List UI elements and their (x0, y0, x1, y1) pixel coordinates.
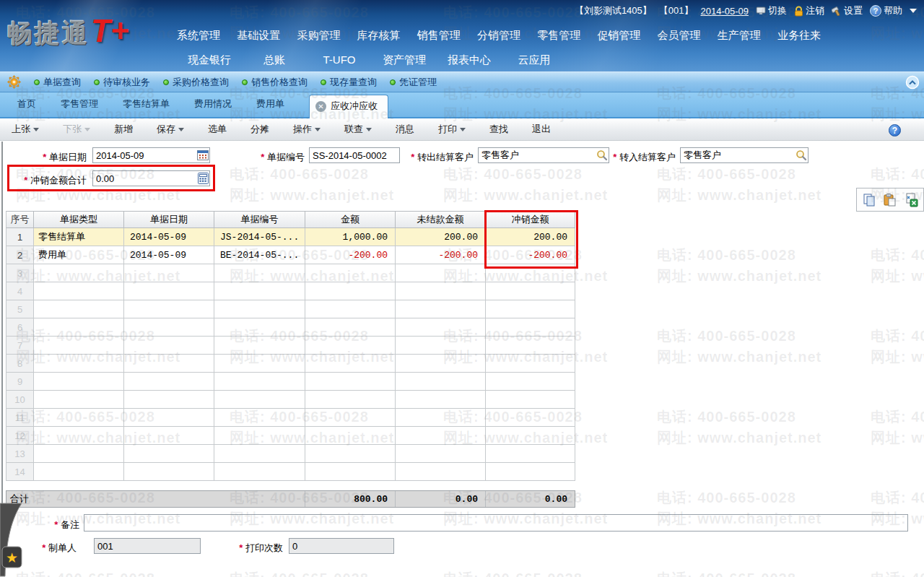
menu-item[interactable]: 云应用 (502, 53, 567, 67)
dropdown-arrow-icon[interactable] (33, 128, 39, 131)
menu-item[interactable]: 资产管理 (372, 53, 437, 67)
table-row-empty[interactable]: 4 (6, 282, 575, 300)
help-button[interactable]: ? 帮助 (870, 4, 902, 17)
customer-out-input[interactable] (478, 147, 609, 163)
quickbar-item[interactable]: 销售价格查询 (242, 76, 308, 89)
calendar-icon[interactable] (197, 149, 209, 162)
table-cell (396, 445, 486, 463)
app-header: 畅捷通T+ 【刘影测试1405】 【001】 2014-05-09 切换 注销 … (0, 0, 924, 71)
collapse-quickbar-button[interactable] (905, 75, 920, 92)
table-row-empty[interactable]: 10 (6, 391, 575, 409)
quickbar-item[interactable]: 现存量查询 (321, 76, 377, 89)
copy-button[interactable] (862, 193, 876, 207)
writeoff-total-input[interactable] (92, 170, 210, 186)
toolbar-button[interactable]: 选单 (208, 123, 227, 136)
menu-item[interactable]: 报表中心 (437, 53, 502, 67)
userbar-dropdown-caret-icon[interactable] (910, 9, 917, 13)
toolbar-button[interactable]: 新增 (114, 123, 133, 136)
table-header-cell[interactable]: 未结款金额 (396, 211, 486, 228)
table-header-cell[interactable]: 冲销金额 (486, 211, 575, 228)
table-row-empty[interactable]: 9 (6, 373, 575, 391)
toolbar-help-icon[interactable]: ? (889, 124, 901, 136)
tab-item[interactable]: 零售结算单 (123, 97, 170, 117)
menu-item[interactable]: 库存核算 (357, 29, 401, 43)
table-row-empty[interactable]: 11 (6, 409, 575, 427)
menu-item[interactable]: 基础设置 (237, 29, 280, 43)
login-date-link[interactable]: 2014-05-09 (701, 6, 749, 17)
menu-item[interactable]: 生产管理 (718, 29, 761, 43)
table-row-empty[interactable]: 3 (6, 264, 575, 282)
favorites-drawer-handle[interactable]: ★ (0, 502, 26, 577)
dropdown-arrow-icon[interactable] (178, 128, 184, 131)
paste-button[interactable] (883, 193, 897, 207)
doc-no-input[interactable] (309, 147, 400, 163)
calculator-icon[interactable] (198, 173, 209, 186)
tab-active[interactable]: 应收冲应收 (309, 95, 388, 118)
table-cell (396, 409, 486, 427)
menu-item[interactable]: 零售管理 (537, 29, 580, 43)
search-icon[interactable] (796, 149, 807, 163)
quickbar-item[interactable]: 采购价格查询 (163, 76, 229, 89)
table-header-cell[interactable]: 序号 (6, 211, 34, 228)
toolbar-button[interactable]: 消息 (396, 123, 414, 136)
menu-item[interactable]: 总账 (242, 53, 307, 67)
settings-button[interactable]: 设置 (832, 4, 863, 17)
toolbar-button[interactable]: 上张 (12, 123, 39, 136)
close-tab-icon[interactable] (315, 101, 326, 112)
star-icon: ★ (6, 550, 18, 565)
toolbar-button[interactable]: 联查 (344, 123, 372, 136)
tab-item[interactable]: 费用情况 (194, 97, 232, 117)
remark-input[interactable] (84, 514, 908, 532)
customer-in-input[interactable] (680, 147, 808, 163)
watermark-text: 网址: www.chanjet.net (657, 266, 821, 286)
toolbar-button[interactable]: 操作 (293, 123, 321, 136)
tab-item[interactable]: 零售管理 (61, 97, 98, 117)
gear-icon[interactable] (7, 75, 21, 89)
doc-date-input[interactable] (92, 147, 210, 163)
tab-item[interactable]: 费用单 (256, 97, 284, 117)
table-row-empty[interactable]: 12 (6, 427, 575, 445)
dropdown-arrow-icon[interactable] (366, 128, 372, 131)
toolbar-button-label: 操作 (293, 123, 312, 136)
table-row-empty[interactable]: 14 (6, 463, 575, 481)
table-cell (396, 355, 486, 373)
quickbar-item[interactable]: 单据查询 (34, 76, 81, 89)
toolbar-button[interactable]: 查找 (489, 123, 508, 136)
menu-item[interactable]: 现金银行 (177, 53, 242, 67)
table-row-empty[interactable]: 6 (6, 318, 575, 337)
table-header-cell[interactable]: 单据日期 (124, 211, 214, 228)
table-header-cell[interactable]: 单据编号 (214, 211, 305, 228)
menu-item[interactable]: 分销管理 (477, 29, 520, 43)
green-dot-icon (34, 79, 40, 85)
menu-item[interactable]: 促销管理 (597, 29, 640, 43)
menu-item[interactable]: 采购管理 (297, 29, 340, 43)
table-cell (486, 427, 575, 445)
table-row-empty[interactable]: 13 (6, 445, 575, 463)
menu-item[interactable]: 会员管理 (658, 29, 701, 43)
menu-item[interactable]: 业务往来 (777, 29, 821, 43)
menu-item[interactable]: 系统管理 (177, 29, 220, 43)
table-row[interactable]: 2费用单2014-05-09BE-2014-05-...-200.00-200.… (6, 246, 575, 264)
table-row-empty[interactable]: 8 (6, 355, 575, 373)
table-header-cell[interactable]: 金额 (305, 211, 396, 228)
toolbar-button[interactable]: 退出 (532, 123, 551, 136)
export-excel-button[interactable] (904, 193, 918, 207)
menu-item[interactable]: 销售管理 (417, 29, 461, 43)
toolbar-button[interactable]: 保存 (157, 123, 184, 136)
tab-item[interactable]: 首页 (17, 97, 36, 117)
watermark-text: 电话: 400-665-0028 (657, 488, 796, 508)
quickbar-item[interactable]: 凭证管理 (390, 76, 437, 89)
dropdown-arrow-icon[interactable] (315, 128, 321, 131)
table-row-empty[interactable]: 5 (6, 300, 575, 318)
table-row-empty[interactable]: 7 (6, 337, 575, 355)
table-header-cell[interactable]: 单据类型 (34, 211, 124, 228)
switch-account-button[interactable]: 切换 (756, 4, 787, 17)
menu-item[interactable]: T-UFO (307, 53, 372, 67)
toolbar-button[interactable]: 分摊 (250, 123, 269, 136)
table-row[interactable]: 1零售结算单2014-05-09JS-2014-05-...1,000.0020… (6, 228, 575, 246)
logout-button[interactable]: 注销 (794, 4, 824, 17)
table-cell (486, 300, 575, 318)
toolbar-button[interactable]: 打印 (438, 123, 466, 136)
quickbar-item[interactable]: 待审核业务 (94, 76, 150, 89)
dropdown-arrow-icon[interactable] (460, 128, 466, 131)
